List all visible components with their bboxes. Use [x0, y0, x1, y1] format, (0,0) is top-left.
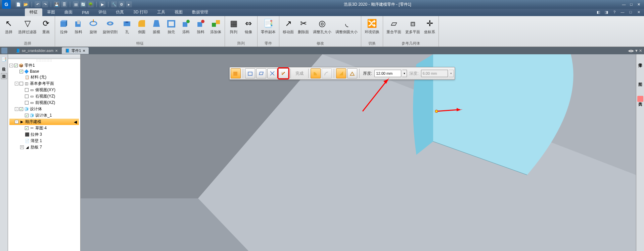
select-filter-button[interactable]: ▽选择过滤器: [17, 17, 38, 35]
cut-button[interactable]: 除料: [72, 17, 85, 35]
feature-tree[interactable]: -✓📦零件1✓🔷Base📋材料 (无)-◫基本参考平面▭俯视图(XY)▭右视图(…: [8, 62, 80, 151]
csys-button[interactable]: ✛坐标系: [423, 17, 436, 35]
close-button[interactable]: ✕: [635, 2, 642, 7]
resize-hole-button[interactable]: ◎调整孔大小: [312, 17, 333, 35]
doc-tab-crankslider[interactable]: 📘 se_crankslider.asm ✕: [12, 47, 61, 54]
tree-checkbox[interactable]: [25, 101, 29, 105]
doc-restore-button[interactable]: □: [627, 9, 634, 15]
cmd-step-direction-button[interactable]: [278, 68, 288, 78]
doc-tab-part1[interactable]: 📘 零件1 ✕: [62, 47, 89, 54]
tree-panel-header[interactable]: [8, 54, 80, 59]
tab-pmi[interactable]: PMI: [77, 9, 94, 16]
tree-checkbox[interactable]: ✓: [25, 114, 29, 117]
tab-3dprint[interactable]: 3D 打印: [129, 8, 152, 16]
revolve-cut-button[interactable]: 旋转切割: [101, 17, 119, 35]
cmd-step-sketch-button[interactable]: [256, 68, 266, 78]
ribbon-opt1-icon[interactable]: ◧: [595, 9, 602, 15]
qat-tool1-icon[interactable]: 🔧: [111, 1, 117, 7]
tree-row[interactable]: -◫基本参考平面: [9, 80, 79, 87]
qat-tree-icon[interactable]: 🌳: [88, 1, 94, 7]
ribbon-help-icon[interactable]: ?: [611, 9, 618, 15]
qat-saveall-icon[interactable]: 🗄: [61, 1, 67, 7]
parts-lib-tab[interactable]: 零件库: [637, 57, 643, 63]
nav-tab-icon[interactable]: 📑: [1, 56, 7, 62]
tree-checkbox[interactable]: [25, 95, 29, 98]
resize-fillet-button[interactable]: ◟调整倒圆大小: [334, 17, 359, 35]
cmd-step-plane-button[interactable]: [245, 68, 255, 78]
tab-simulate[interactable]: 仿真: [111, 8, 129, 16]
coincident-plane-button[interactable]: ▱重合平面: [385, 17, 403, 35]
tree-toggle-icon[interactable]: -: [15, 120, 18, 124]
qat-play-icon[interactable]: ▶: [99, 1, 105, 7]
tree-checkbox[interactable]: [19, 82, 23, 85]
minimize-button[interactable]: —: [620, 2, 627, 7]
close-icon[interactable]: ✕: [83, 49, 85, 53]
layers-tab-icon[interactable]: ▦: [1, 73, 7, 79]
doc-tabs-menu-icon[interactable]: [1, 48, 7, 54]
cmd-preview-button[interactable]: [231, 68, 241, 78]
revolve-button[interactable]: 旋转: [87, 17, 100, 35]
shell-button[interactable]: 抽壳: [165, 17, 178, 35]
qat-save-icon[interactable]: 💾: [54, 1, 60, 7]
tree-checkbox[interactable]: ✓: [25, 126, 29, 130]
tree-row[interactable]: ▭俯视图(XY): [9, 87, 79, 93]
qat-tool2-icon[interactable]: ⚙: [119, 1, 125, 7]
tree-row[interactable]: 📋材料 (无): [9, 74, 79, 80]
tree-row[interactable]: -▶顺序建模◀: [9, 119, 79, 125]
qat-open-icon[interactable]: 📂: [23, 1, 29, 7]
dropdown-icon[interactable]: ▼: [635, 49, 638, 53]
qat-new-icon[interactable]: 📄: [15, 1, 21, 7]
qat-arrow-icon[interactable]: ▸: [126, 1, 132, 7]
tree-row[interactable]: -✓🧊设计体: [9, 106, 79, 112]
close-icon[interactable]: ✕: [55, 49, 58, 53]
pattern-button[interactable]: ▦阵列: [227, 17, 240, 35]
remove-material-button[interactable]: 除料: [194, 17, 208, 35]
select-button[interactable]: ↖选择: [2, 17, 15, 35]
thickness-input[interactable]: [374, 70, 401, 77]
tree-toggle-icon[interactable]: +: [20, 145, 24, 149]
hole-button[interactable]: 孔: [120, 17, 134, 35]
add-material-button[interactable]: 添料: [179, 17, 193, 35]
tree-row[interactable]: ▭右视图(YZ): [9, 93, 79, 100]
tree-toggle-icon[interactable]: -: [15, 82, 18, 85]
prev-icon[interactable]: ◀: [628, 49, 631, 53]
qat-undo-icon[interactable]: ↶: [35, 1, 41, 7]
tree-row[interactable]: ✓🔷Base: [9, 69, 79, 74]
part-copy-button[interactable]: 📑零件副本: [260, 17, 277, 35]
redraw-button[interactable]: ⟳重画: [39, 17, 53, 35]
cmd-angle3-button[interactable]: [336, 68, 346, 78]
cmd-angle1-button[interactable]: [311, 68, 321, 78]
tab-sketch[interactable]: 草图: [42, 8, 60, 16]
sim-tab[interactable]: 仿真: [637, 96, 643, 102]
draft-button[interactable]: 拔模: [150, 17, 163, 35]
tree-row[interactable]: ▭前视图(XZ): [9, 100, 79, 106]
tab-evaluate[interactable]: 评估: [94, 8, 111, 16]
doc-close-button[interactable]: ✕: [635, 9, 642, 15]
doc-minimize-button[interactable]: —: [619, 9, 626, 15]
tab-datamgmt[interactable]: 数据管理: [187, 8, 213, 16]
tree-checkbox[interactable]: [25, 88, 29, 92]
app-logo[interactable]: G: [2, 0, 11, 9]
tab-tools[interactable]: 工具: [152, 8, 170, 16]
tree-checkbox[interactable]: ✓: [19, 107, 23, 111]
qat-list-icon[interactable]: ▤: [73, 1, 79, 7]
tree-toggle-icon[interactable]: -: [9, 64, 13, 67]
more-planes-button[interactable]: ⧈更多平面: [404, 17, 421, 35]
qat-refresh-icon[interactable]: 🔄: [80, 1, 86, 7]
ribbon-opt2-icon[interactable]: ◨: [603, 9, 610, 15]
tab-view[interactable]: 视图: [170, 8, 187, 16]
tree-checkbox[interactable]: ✓: [14, 64, 18, 67]
tree-row[interactable]: ⬛拉伸 3: [9, 131, 79, 138]
tree-row[interactable]: -✓📦零件1: [9, 62, 79, 69]
tree-row[interactable]: ✓✏草图 4: [9, 125, 79, 131]
env-switch-button[interactable]: 🔀环境切换: [363, 17, 381, 35]
delete-face-button[interactable]: ✂删除面: [296, 17, 310, 35]
tab-surface[interactable]: 曲面: [60, 8, 77, 16]
tab-feature[interactable]: 特征: [25, 8, 42, 16]
qat-redo-icon[interactable]: ↷: [42, 1, 48, 7]
3d-viewport[interactable]: 完成 厚度: ▾ 深度: ▾: [81, 54, 636, 251]
cmd-step-axis-button[interactable]: [267, 68, 277, 78]
tree-row[interactable]: +◢肋板 7: [9, 144, 79, 150]
tree-toggle-icon[interactable]: -: [15, 107, 18, 111]
layers-tab[interactable]: 图层: [637, 76, 643, 82]
